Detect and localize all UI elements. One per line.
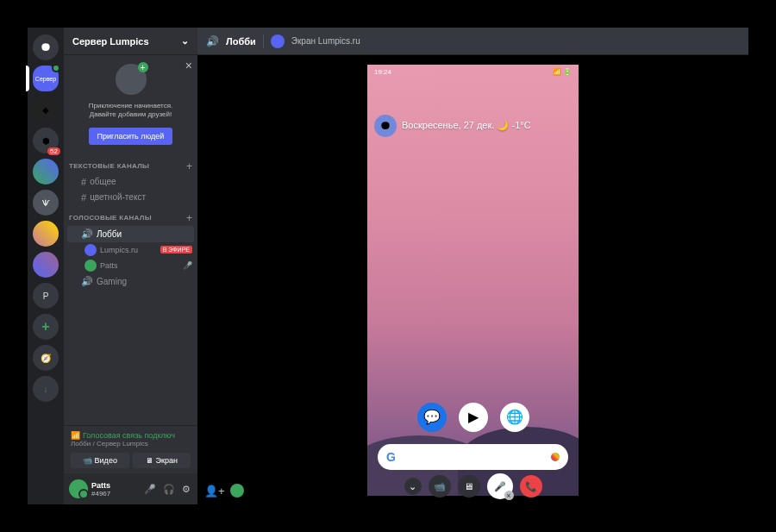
discord-overlay: Воскресенье, 27 дек. 🌙 -1°C: [374, 115, 531, 137]
hash-icon: #: [81, 177, 86, 187]
server-list: Сервер ◆ 52⬢ Ѱ P + 🧭 ↓: [28, 28, 64, 504]
chrome-app-icon: 🌐: [500, 403, 529, 432]
stream-title: Экран Lumpics.ru: [291, 36, 360, 46]
streamer-avatar: [271, 34, 285, 48]
server-item[interactable]: ◆: [33, 97, 59, 122]
phone-screen: 19:24 📶 🔋 Воскресенье, 27 дек. 🌙 -1°C 💬 …: [367, 65, 579, 496]
channel-sidebar: Сервер Lumpics ⌄ × Приключение начинаетс…: [64, 28, 197, 504]
notification-badge: 52: [47, 147, 60, 155]
live-badge: В ЭФИРЕ: [160, 246, 192, 253]
screenshare-button[interactable]: 🖥: [458, 475, 480, 498]
mute-button[interactable]: 🎤: [142, 482, 158, 497]
text-channel[interactable]: #общее: [67, 174, 194, 190]
server-item[interactable]: [33, 159, 59, 185]
stream-content[interactable]: 19:24 📶 🔋 Воскресенье, 27 дек. 🌙 -1°C 💬 …: [197, 55, 748, 504]
voice-channel-gaming[interactable]: 🔊Gaming: [67, 273, 194, 290]
add-channel-icon[interactable]: +: [186, 160, 192, 172]
add-server-button[interactable]: +: [33, 314, 59, 340]
server-item[interactable]: [33, 221, 59, 247]
voice-indicator-icon: [52, 64, 60, 72]
connection-status[interactable]: 📶Голосовая связь подключ: [71, 431, 191, 440]
participant-avatar[interactable]: [230, 484, 244, 498]
connection-channel: Лобби / Сервер Lumpics: [71, 440, 191, 448]
phone-status-bar: 19:24 📶 🔋: [367, 65, 579, 80]
speaker-icon: 🔊: [206, 35, 219, 47]
user-avatar[interactable]: [69, 479, 88, 498]
home-button[interactable]: [33, 34, 59, 60]
voice-member[interactable]: Patts🎤̸: [64, 258, 197, 273]
screenshare-button[interactable]: 🖥 Экран: [133, 453, 191, 468]
speaker-icon: 🔊: [81, 228, 93, 240]
google-search-bar: G: [378, 444, 568, 470]
signal-icon: 📶: [71, 431, 80, 440]
server-name: Сервер Lumpics: [72, 36, 149, 47]
date-weather: Воскресенье, 27 дек. 🌙 -1°C: [402, 120, 531, 131]
voice-member[interactable]: Lumpics.ruВ ЭФИРЕ: [64, 242, 197, 258]
text-channels-header[interactable]: ТЕКСТОВЫЕ КАНАЛЫ +: [64, 153, 197, 174]
promo-icon: [116, 64, 147, 95]
camera-button[interactable]: 📹: [429, 475, 451, 498]
app-dock: 💬 ▶ 🌐: [367, 403, 579, 432]
server-item[interactable]: P: [33, 283, 59, 309]
mute-icon: 🎤̸: [183, 261, 192, 270]
voice-channel-lobby[interactable]: 🔊Лобби: [67, 226, 194, 242]
video-button[interactable]: 📹 Видео: [71, 453, 129, 468]
top-bar: 🔊 Лобби Экран Lumpics.ru: [197, 28, 748, 55]
explore-button[interactable]: 🧭: [33, 345, 59, 371]
divider: [263, 34, 264, 48]
voice-status-panel: 📶Голосовая связь подключ Лобби / Сервер …: [64, 425, 197, 473]
mic-muted-button[interactable]: 🎤: [487, 473, 513, 499]
server-lumpics[interactable]: Сервер: [33, 66, 59, 91]
messages-app-icon: 💬: [417, 403, 447, 432]
deafen-button[interactable]: 🎧: [161, 482, 177, 497]
add-member-icon[interactable]: 👤+: [204, 485, 225, 498]
avatar: [84, 244, 97, 256]
settings-button[interactable]: ⚙: [180, 482, 192, 497]
chevron-down-icon: ⌄: [181, 35, 189, 47]
server-item[interactable]: [33, 252, 59, 278]
close-icon[interactable]: ×: [185, 59, 192, 72]
speaker-icon: 🔊: [81, 276, 93, 287]
add-channel-icon[interactable]: +: [186, 212, 192, 224]
channel-title: Лобби: [226, 36, 256, 47]
user-panel: Patts #4967 🎤 🎧 ⚙: [64, 473, 197, 504]
server-item[interactable]: 52⬢: [33, 128, 59, 153]
avatar: [84, 260, 97, 272]
server-item[interactable]: Ѱ: [33, 190, 59, 216]
invite-promo: × Приключение начинается.Давайте добавим…: [64, 55, 197, 153]
collapse-button[interactable]: ⌄: [404, 478, 422, 495]
discord-icon: [374, 115, 397, 137]
invite-button[interactable]: Пригласить людей: [89, 128, 173, 145]
main-area: 🔊 Лобби Экран Lumpics.ru 19:24 📶 🔋 Воскр…: [197, 28, 748, 504]
hash-icon: #: [81, 192, 86, 203]
user-info[interactable]: Patts #4967: [91, 481, 139, 498]
disconnect-button[interactable]: 📞: [520, 475, 542, 498]
server-header[interactable]: Сервер Lumpics ⌄: [64, 28, 197, 55]
download-button[interactable]: ↓: [33, 376, 59, 402]
call-controls: ⌄ 📹 🖥 🎤 📞: [404, 473, 542, 499]
bottom-actions: 👤+: [204, 484, 244, 498]
promo-text: Приключение начинается.Давайте добавим д…: [72, 102, 189, 120]
text-channel[interactable]: #цветной-текст: [67, 190, 194, 205]
google-logo: G: [386, 450, 396, 464]
voice-channels-header[interactable]: ГОЛОСОВЫЕ КАНАЛЫ +: [64, 205, 197, 226]
playstore-app-icon: ▶: [459, 403, 488, 432]
assistant-icon: [551, 453, 560, 461]
